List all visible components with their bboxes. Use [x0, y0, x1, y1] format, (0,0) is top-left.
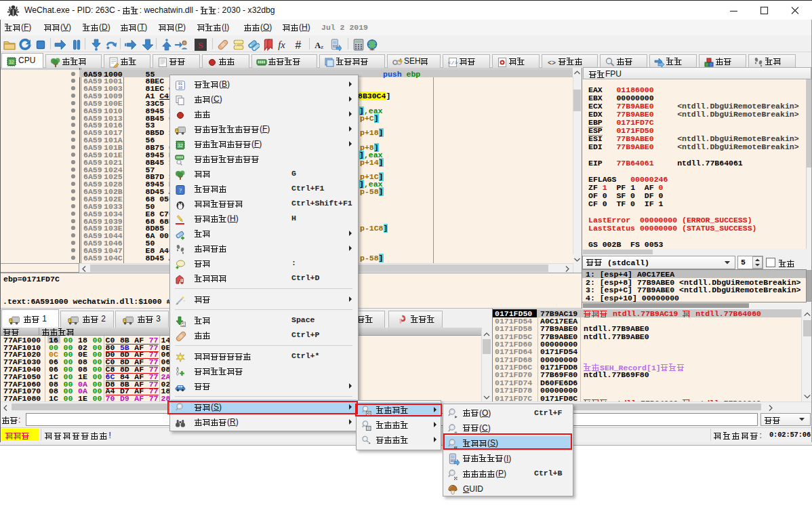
- svg-text:fx: fx: [278, 39, 285, 50]
- svg-text:*: *: [368, 441, 370, 446]
- svg-text:</>: </>: [448, 59, 458, 65]
- svg-text:32: 32: [178, 143, 183, 148]
- svg-text:!: !: [400, 58, 401, 62]
- svg-text:A: A: [314, 40, 321, 50]
- svg-text:32: 32: [9, 60, 14, 64]
- svg-text:<>: <>: [548, 59, 556, 66]
- svg-text:?: ?: [179, 187, 182, 193]
- svg-text:S: S: [198, 40, 203, 50]
- svg-text:z: z: [321, 43, 323, 50]
- svg-text:10: 10: [182, 324, 184, 327]
- svg-text:#: #: [295, 39, 301, 50]
- svg-text:10: 10: [178, 85, 182, 90]
